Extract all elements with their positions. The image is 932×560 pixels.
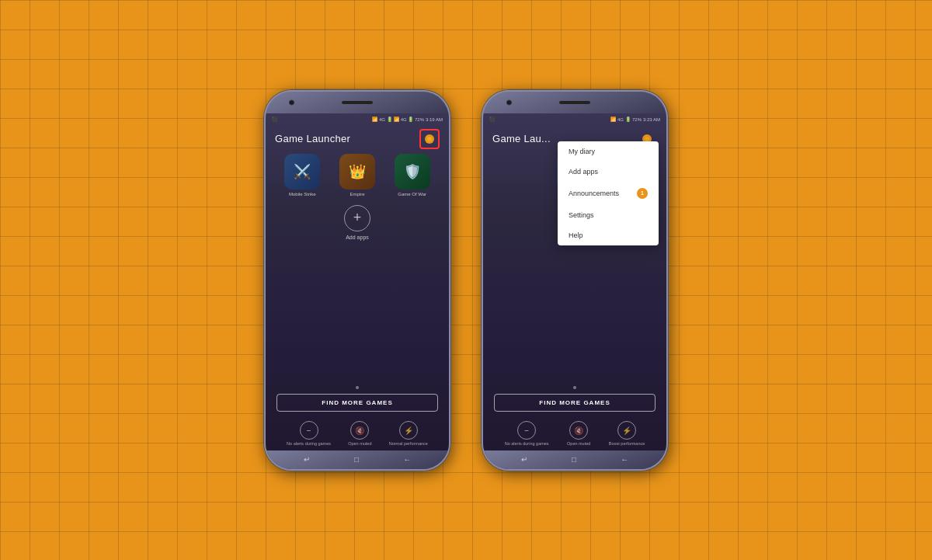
speaker-2 bbox=[559, 101, 590, 104]
page-indicator-2 bbox=[483, 386, 666, 389]
app-header-1: Game Launcher bbox=[266, 126, 449, 154]
bottom-controls-2: − No alerts during games 🔇 Open muted ⚡ … bbox=[483, 418, 666, 450]
announcements-badge: 1 bbox=[637, 188, 648, 199]
dropdown-menu: My diary Add apps Announcements 1 Settin… bbox=[558, 141, 659, 245]
app-title-2: Game Lau... bbox=[492, 133, 551, 144]
game-label-gow: Game Of War bbox=[398, 192, 426, 197]
mute-label-1: Open muted bbox=[348, 441, 371, 447]
add-apps-button-1[interactable]: + Add apps bbox=[344, 205, 370, 240]
dot-inner bbox=[427, 137, 432, 141]
game-icon-ms: ⚔️ bbox=[284, 154, 320, 190]
phone-2: ⬛ 📶 4G 🔋 72% 3:23 AM Game Lau... bbox=[482, 90, 668, 471]
signal-icon-2: 📶 bbox=[610, 117, 616, 122]
status-bar-1: ⬛ 📶 4G 🔋 📶 4G 🔋 72% 3:19 AM bbox=[266, 113, 449, 126]
bottom-nav-1: ↵ □ ← bbox=[266, 450, 449, 469]
status-bar-2: ⬛ 📶 4G 🔋 72% 3:23 AM bbox=[483, 113, 666, 126]
mute-control-2[interactable]: 🔇 Open muted bbox=[567, 421, 590, 447]
phone-2-top bbox=[483, 92, 666, 113]
perf-control-1[interactable]: ⚡ Normal performance bbox=[389, 421, 428, 447]
front-camera bbox=[289, 99, 294, 105]
dot-inner-2 bbox=[645, 137, 649, 141]
add-circle-1: + bbox=[344, 205, 370, 231]
game-label-emp: Empire bbox=[350, 192, 365, 197]
page-dot-2 bbox=[573, 386, 576, 389]
game-image-gow: 🛡️ bbox=[395, 154, 430, 190]
mute-label-2: Open muted bbox=[567, 441, 590, 447]
speaker bbox=[342, 101, 373, 104]
no-alerts-icon-2: − bbox=[517, 421, 536, 440]
game-mobile-strike[interactable]: ⚔️ Mobile Strike bbox=[278, 154, 327, 197]
status-left-2: ⬛ bbox=[489, 117, 495, 122]
status-left-1: ⬛ bbox=[272, 117, 277, 122]
battery-pct-2: 72% bbox=[632, 117, 642, 122]
recents-btn-2[interactable]: ← bbox=[621, 455, 628, 464]
phone-1: ⬛ 📶 4G 🔋 📶 4G 🔋 72% 3:19 AM Game Launche… bbox=[264, 90, 450, 471]
battery-icon-2: 🔋 bbox=[625, 117, 631, 122]
page-dot-1 bbox=[356, 386, 359, 389]
games-grid-1: ⚔️ Mobile Strike 👑 Empire 🛡️ Game Of War bbox=[266, 154, 449, 197]
phone-2-body: ⬛ 📶 4G 🔋 72% 3:23 AM Game Lau... bbox=[482, 90, 668, 471]
mute-icon-2: 🔇 bbox=[569, 421, 588, 440]
find-more-btn-1[interactable]: FIND MORE GAMES bbox=[276, 394, 438, 412]
game-image-ms: ⚔️ bbox=[284, 154, 320, 190]
add-apps-menu-label: Add apps bbox=[569, 168, 598, 176]
home-btn-1[interactable]: □ bbox=[354, 455, 359, 464]
perf-label-1: Normal performance bbox=[389, 441, 428, 447]
no-alerts-label-2: No alerts during games bbox=[505, 441, 549, 447]
signal-icon: 📶 bbox=[372, 117, 377, 122]
time-1: 3:19 AM bbox=[426, 117, 443, 122]
front-camera-2 bbox=[506, 99, 512, 105]
spacer-1 bbox=[266, 245, 449, 387]
home-btn-2[interactable]: □ bbox=[572, 455, 576, 464]
game-image-emp: 👑 bbox=[339, 154, 375, 190]
menu-add-apps[interactable]: Add apps bbox=[558, 162, 659, 182]
network-type: 4G bbox=[379, 117, 385, 122]
recents-btn-1[interactable]: ← bbox=[403, 455, 411, 464]
phone-2-screen: ⬛ 📶 4G 🔋 72% 3:23 AM Game Lau... bbox=[483, 113, 666, 450]
status-right-2: 📶 4G 🔋 72% 3:23 AM bbox=[610, 117, 660, 122]
page-indicator-1 bbox=[266, 386, 449, 389]
spacer-2 bbox=[483, 245, 666, 387]
app-title-1: Game Launcher bbox=[275, 133, 350, 144]
battery-pct-1: 📶 4G 🔋 72% bbox=[394, 117, 424, 122]
bottom-controls-1: − No alerts during games 🔇 Open muted ⚡ … bbox=[266, 418, 449, 450]
perf-icon-1: ⚡ bbox=[399, 421, 418, 440]
perf-icon-2: ⚡ bbox=[617, 421, 636, 440]
add-apps-label-1: Add apps bbox=[346, 235, 369, 240]
menu-my-diary[interactable]: My diary bbox=[558, 141, 659, 162]
settings-label: Settings bbox=[569, 211, 594, 219]
mute-control-1[interactable]: 🔇 Open muted bbox=[348, 421, 371, 447]
game-icon-gow: 🛡️ bbox=[395, 154, 430, 190]
status-right-1: 📶 4G 🔋 📶 4G 🔋 72% 3:19 AM bbox=[372, 117, 443, 122]
menu-settings[interactable]: Settings bbox=[558, 205, 659, 225]
phone-1-screen: ⬛ 📶 4G 🔋 📶 4G 🔋 72% 3:19 AM Game Launche… bbox=[266, 113, 449, 450]
game-icon-emp: 👑 bbox=[339, 154, 375, 190]
my-diary-label: My diary bbox=[569, 148, 595, 155]
phone-1-body: ⬛ 📶 4G 🔋 📶 4G 🔋 72% 3:19 AM Game Launche… bbox=[264, 90, 450, 471]
announcements-label: Announcements bbox=[569, 190, 619, 197]
notification-dot-1 bbox=[425, 134, 434, 144]
find-more-btn-2[interactable]: FIND MORE GAMES bbox=[494, 394, 656, 412]
game-empire[interactable]: 👑 Empire bbox=[333, 154, 382, 197]
perf-control-2[interactable]: ⚡ Boost performance bbox=[609, 421, 645, 447]
time-2: 3:23 AM bbox=[643, 117, 660, 122]
no-alerts-control-2[interactable]: − No alerts during games bbox=[505, 421, 549, 447]
game-label-ms: Mobile Strike bbox=[289, 192, 316, 197]
back-btn-1[interactable]: ↵ bbox=[304, 455, 310, 464]
game-gow[interactable]: 🛡️ Game Of War bbox=[388, 154, 436, 197]
no-alerts-control-1[interactable]: − No alerts during games bbox=[287, 421, 331, 447]
no-alerts-label-1: No alerts during games bbox=[287, 441, 331, 447]
no-alerts-icon-1: − bbox=[300, 421, 318, 440]
battery-icon: 🔋 bbox=[387, 117, 392, 122]
bottom-nav-2: ↵ □ ← bbox=[483, 450, 666, 469]
phone-1-top bbox=[266, 92, 449, 113]
back-btn-2[interactable]: ↵ bbox=[521, 455, 527, 464]
menu-announcements[interactable]: Announcements 1 bbox=[558, 182, 659, 205]
mute-icon-1: 🔇 bbox=[350, 421, 369, 440]
perf-label-2: Boost performance bbox=[609, 441, 645, 447]
menu-help[interactable]: Help bbox=[558, 225, 659, 245]
menu-button-1[interactable] bbox=[419, 129, 440, 149]
help-label: Help bbox=[569, 231, 583, 239]
network-type-2: 4G bbox=[617, 117, 624, 122]
